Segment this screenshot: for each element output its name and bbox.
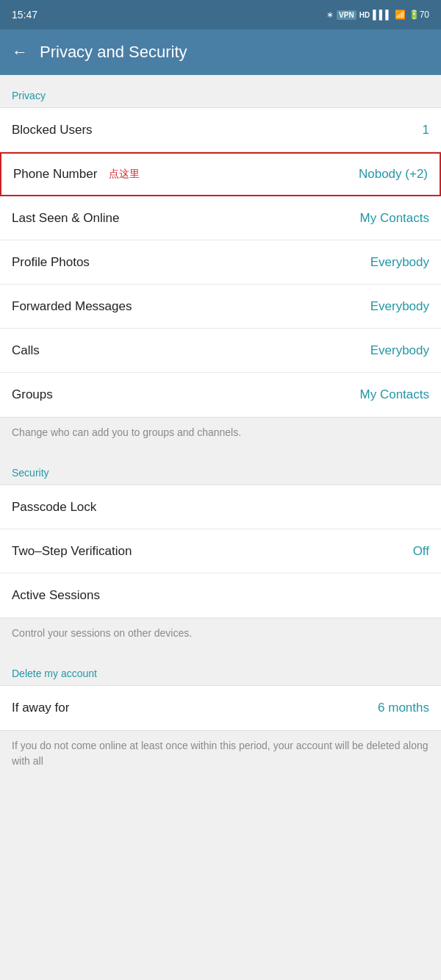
delete-account-section-label: Delete my account — [0, 653, 441, 685]
phone-number-annotation: 点这里 — [109, 168, 140, 181]
groups-description: Change who can add you to groups and cha… — [0, 418, 441, 452]
two-step-label: Two–Step Verification — [12, 544, 132, 559]
page-title: Privacy and Security — [40, 43, 187, 62]
phone-number-left: Phone Number 点这里 — [13, 167, 359, 182]
forwarded-messages-label: Forwarded Messages — [12, 299, 132, 314]
profile-photos-value: Everybody — [370, 255, 429, 270]
content: Privacy Blocked Users 1 Phone Number 点这里… — [0, 75, 441, 781]
groups-item[interactable]: Groups My Contacts — [0, 373, 441, 417]
forwarded-messages-value: Everybody — [370, 299, 429, 314]
phone-number-item[interactable]: Phone Number 点这里 Nobody (+2) — [0, 152, 441, 196]
last-seen-item[interactable]: Last Seen & Online My Contacts — [0, 196, 441, 240]
delete-account-description: If you do not come online at least once … — [0, 731, 441, 781]
if-away-value: 6 months — [378, 701, 429, 715]
phone-number-label: Phone Number — [13, 167, 97, 182]
calls-label: Calls — [12, 343, 40, 358]
last-seen-value: My Contacts — [360, 211, 429, 226]
passcode-lock-label: Passcode Lock — [12, 500, 96, 515]
active-sessions-label: Active Sessions — [12, 588, 100, 603]
sessions-description: Control your sessions on other devices. — [0, 618, 441, 653]
hd-icon: HD — [359, 11, 370, 19]
two-step-item[interactable]: Two–Step Verification Off — [0, 529, 441, 573]
two-step-value: Off — [413, 544, 429, 559]
privacy-section-label: Privacy — [0, 75, 441, 107]
if-away-item[interactable]: If away for 6 months — [0, 686, 441, 730]
status-bar: 15:47 ∗ VPN HD ▌▌▌ 📶 🔋70 — [0, 0, 441, 29]
calls-value: Everybody — [370, 343, 429, 358]
vpn-badge: VPN — [337, 10, 356, 20]
wifi-icon: 📶 — [395, 10, 406, 20]
security-section-label: Security — [0, 452, 441, 484]
phone-number-value: Nobody (+2) — [359, 167, 428, 182]
calls-item[interactable]: Calls Everybody — [0, 329, 441, 373]
status-time: 15:47 — [12, 9, 37, 21]
profile-photos-label: Profile Photos — [12, 255, 90, 270]
blocked-users-value: 1 — [423, 123, 429, 137]
active-sessions-item[interactable]: Active Sessions — [0, 573, 441, 618]
groups-label: Groups — [12, 387, 53, 402]
profile-photos-item[interactable]: Profile Photos Everybody — [0, 240, 441, 285]
last-seen-label: Last Seen & Online — [12, 211, 119, 226]
forwarded-messages-item[interactable]: Forwarded Messages Everybody — [0, 285, 441, 329]
battery-icon: 🔋70 — [409, 10, 429, 20]
if-away-label: If away for — [12, 701, 69, 715]
header: ← Privacy and Security — [0, 29, 441, 75]
delete-account-settings-list: If away for 6 months — [0, 685, 441, 731]
blocked-users-item[interactable]: Blocked Users 1 — [0, 108, 441, 152]
status-icons: ∗ VPN HD ▌▌▌ 📶 🔋70 — [326, 10, 429, 20]
groups-value: My Contacts — [360, 387, 429, 402]
back-button[interactable]: ← — [12, 43, 28, 62]
passcode-lock-item[interactable]: Passcode Lock — [0, 485, 441, 529]
privacy-settings-list: Blocked Users 1 Phone Number 点这里 Nobody … — [0, 107, 441, 418]
signal-icon: ▌▌▌ — [373, 10, 392, 20]
bluetooth-icon: ∗ — [326, 10, 334, 20]
blocked-users-label: Blocked Users — [12, 123, 93, 137]
security-settings-list: Passcode Lock Two–Step Verification Off … — [0, 484, 441, 618]
